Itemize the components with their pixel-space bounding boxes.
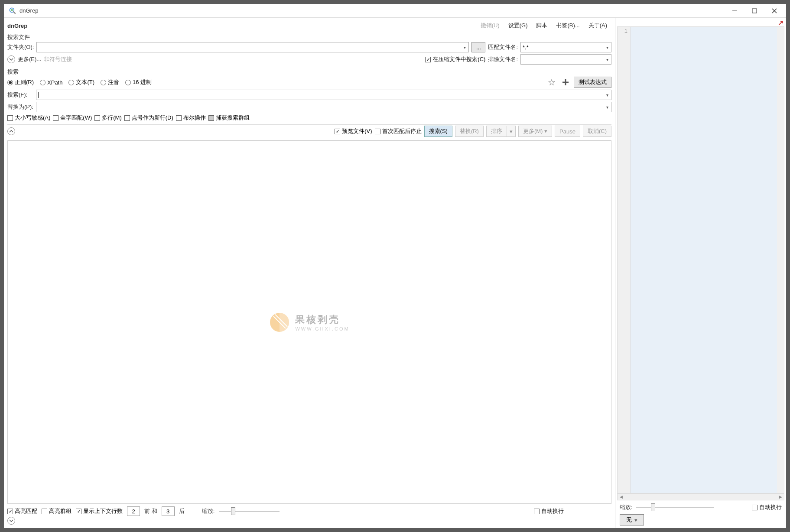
preview-zoom-slider[interactable] <box>636 503 714 512</box>
watermark-main: 果核剥壳 <box>295 313 349 326</box>
preview-footer-2: 无▾ <box>615 514 786 528</box>
preview-body: 1 <box>617 26 784 493</box>
stop-first-checkbox[interactable]: 首次匹配后停止 <box>375 127 422 135</box>
context-after-label: 后 <box>179 507 185 515</box>
exclude-files-label: 排除文件名: <box>488 55 518 63</box>
search-archives-checkbox[interactable]: 在压缩文件中搜索(C) <box>425 55 485 63</box>
code-area[interactable] <box>631 27 777 493</box>
zoom-label: 缩放: <box>202 507 215 515</box>
menu-about[interactable]: 关于(A) <box>584 22 611 29</box>
search-type-radios: 正则(R) XPath 文本(T) 注音 16 进制 <box>7 78 152 86</box>
preview-wrap-checkbox[interactable]: 自动换行 <box>752 503 782 511</box>
search-for-label: 搜索(F): <box>7 91 33 99</box>
capture-groups-checkbox[interactable]: 捕获搜索群组 <box>208 114 250 122</box>
search-for-combo[interactable] <box>36 90 611 100</box>
match-files-label: 匹配文件名: <box>488 43 518 51</box>
scroll-right-icon[interactable]: ▶ <box>777 494 784 500</box>
app-name-label: dnGrep <box>7 23 27 29</box>
more-expand-button[interactable] <box>7 55 15 63</box>
highlight-match-checkbox[interactable]: 高亮匹配 <box>7 507 37 515</box>
boolean-op-checkbox[interactable]: 布尔操作 <box>176 114 206 122</box>
radio-phonetic[interactable]: 注音 <box>101 78 119 86</box>
exclude-files-combo[interactable] <box>520 54 611 65</box>
results-expand-button[interactable] <box>7 127 15 135</box>
minimize-button[interactable] <box>725 4 744 17</box>
vertical-scrollbar[interactable] <box>777 27 784 493</box>
search-type-row: 正则(R) XPath 文本(T) 注音 16 进制 ☆ 测试表达式 <box>7 77 611 88</box>
app-icon <box>8 6 17 15</box>
watermark-icon <box>269 312 290 333</box>
radio-hex[interactable]: 16 进制 <box>125 78 152 86</box>
wrap-checkbox[interactable]: 自动换行 <box>534 507 564 515</box>
status-expand-button[interactable] <box>7 517 15 525</box>
search-for-row: 搜索(F): <box>7 90 611 100</box>
search-options-row: 大小写敏感(A) 全字匹配(W) 多行(M) 点号作为新行(D) 布尔操作 捕获… <box>7 114 611 122</box>
sort-button[interactable]: 排序 <box>486 126 507 137</box>
search-files-legend: 搜索文件 <box>7 33 611 41</box>
search-button[interactable]: 搜索(S) <box>424 126 452 137</box>
match-files-value: *.* <box>523 44 529 51</box>
plus-icon[interactable] <box>560 77 571 88</box>
results-area: 果核剥壳 WWW.GHXI.COM <box>7 140 611 504</box>
maximize-button[interactable] <box>744 4 764 17</box>
titlebar: dnGrep <box>4 4 786 18</box>
folder-row: 文件夹(O): ... 匹配文件名: *.* <box>7 42 611 52</box>
replace-button[interactable]: 替换(R) <box>455 126 484 137</box>
window-title: dnGrep <box>20 7 725 14</box>
pause-button[interactable]: Pause <box>555 126 580 137</box>
test-expression-button[interactable]: 测试表达式 <box>574 77 611 88</box>
match-files-combo[interactable]: *.* <box>520 42 611 52</box>
context-lines-checkbox[interactable]: 显示上下文行数 <box>76 507 123 515</box>
zoom-slider[interactable] <box>219 507 280 516</box>
preview-file-checkbox[interactable]: 预览文件(V) <box>335 127 372 135</box>
context-before-input[interactable] <box>127 506 140 516</box>
cancel-button[interactable]: 取消(C) <box>583 126 611 137</box>
context-after-input[interactable] <box>162 506 175 516</box>
line-gutter: 1 <box>618 27 631 493</box>
scroll-left-icon[interactable]: ◀ <box>618 494 624 500</box>
app-window: dnGrep dnGrep 撤销(U) 设置(G) 脚本 书签(B)... 关于… <box>3 3 787 529</box>
left-panel: dnGrep 撤销(U) 设置(G) 脚本 书签(B)... 关于(A) 搜索文… <box>4 18 615 528</box>
radio-regex[interactable]: 正则(R) <box>7 78 34 86</box>
radio-text[interactable]: 文本(T) <box>68 78 94 86</box>
status-row <box>7 517 611 525</box>
menu-bookmarks[interactable]: 书签(B)... <box>552 22 584 29</box>
multiline-checkbox[interactable]: 多行(M) <box>94 114 122 122</box>
watermark: 果核剥壳 WWW.GHXI.COM <box>269 312 349 333</box>
more-actions-button[interactable]: 更多(M) ▾ <box>518 126 552 137</box>
sort-dropdown-button[interactable]: ▾ <box>507 126 516 137</box>
horizontal-scrollbar[interactable]: ◀ ▶ <box>617 493 784 500</box>
radio-xpath[interactable]: XPath <box>40 79 62 86</box>
watermark-sub: WWW.GHXI.COM <box>295 326 349 331</box>
menu-undo[interactable]: 撤销(U) <box>476 22 504 29</box>
browse-button[interactable]: ... <box>471 42 485 52</box>
syntax-dropdown[interactable]: 无▾ <box>620 514 644 526</box>
svg-point-2 <box>11 9 13 11</box>
preview-header: ↗ <box>615 18 786 26</box>
close-button[interactable] <box>764 4 784 17</box>
highlight-groups-checkbox[interactable]: 高亮群组 <box>42 507 72 515</box>
more-row: 更多(E)... 非符号连接 在压缩文件中搜索(C) 排除文件名: <box>7 54 611 65</box>
dot-newline-checkbox[interactable]: 点号作为新行(D) <box>124 114 173 122</box>
star-icon[interactable]: ☆ <box>546 77 557 88</box>
menubar: dnGrep 撤销(U) 设置(G) 脚本 书签(B)... 关于(A) <box>7 19 611 32</box>
svg-rect-4 <box>752 9 757 13</box>
more-label[interactable]: 更多(E)... <box>18 55 41 63</box>
replace-with-label: 替换为(P): <box>7 103 33 111</box>
popout-icon[interactable]: ↗ <box>778 19 783 26</box>
replace-with-row: 替换为(P): <box>7 102 611 112</box>
svg-line-1 <box>13 11 16 13</box>
folder-combo[interactable] <box>36 42 469 52</box>
whole-word-checkbox[interactable]: 全字匹配(W) <box>53 114 92 122</box>
action-row: 预览文件(V) 首次匹配后停止 搜索(S) 替换(R) 排序 ▾ 更多(M) ▾… <box>7 126 611 137</box>
preview-zoom-label: 缩放: <box>620 503 633 511</box>
menu-settings[interactable]: 设置(G) <box>504 22 532 29</box>
search-legend: 搜索 <box>7 68 611 76</box>
main-layout: dnGrep 撤销(U) 设置(G) 脚本 书签(B)... 关于(A) 搜索文… <box>4 18 786 528</box>
bottom-bar: 高亮匹配 高亮群组 显示上下文行数 前 和 后 缩放: 自动换行 <box>7 506 611 517</box>
replace-with-combo[interactable] <box>36 102 611 112</box>
window-controls <box>725 4 784 17</box>
case-sensitive-checkbox[interactable]: 大小写敏感(A) <box>7 114 50 122</box>
menu-scripts[interactable]: 脚本 <box>532 22 552 29</box>
line-number: 1 <box>624 28 627 34</box>
